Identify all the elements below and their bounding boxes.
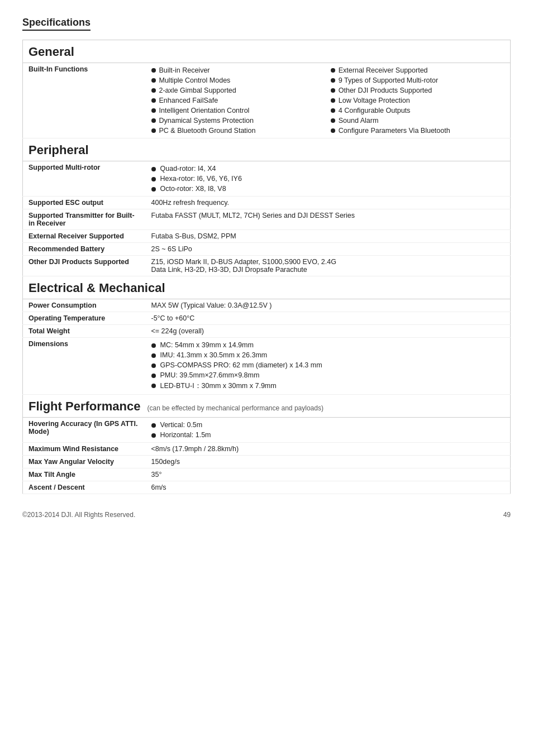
list-item: LED-BTU-I：30mm x 30mm x 7.9mm — [151, 380, 505, 392]
dot — [151, 78, 156, 83]
label-tilt: Max Tilt Angle — [23, 468, 146, 481]
dot — [331, 78, 335, 83]
row-transmitter: Supported Transmitter for Built-in Recei… — [23, 209, 511, 230]
bullet-item-5: Dynamical Systems Protection — [151, 116, 325, 126]
dot — [151, 187, 156, 192]
hovering-list: Vertical: 0.5m Horizontal: 1.5m — [151, 420, 505, 440]
value-temperature: -5°C to +60°C — [146, 312, 511, 325]
bullet-item-6: PC & Bluetooth Ground Station — [151, 126, 325, 136]
bullet-item-r2: Other DJI Products Supported — [331, 85, 505, 95]
dot — [151, 68, 156, 73]
footer-copyright: ©2013-2014 DJI. All Rights Reserved. — [22, 511, 135, 519]
footer-page-number: 49 — [503, 511, 511, 519]
list-item: Vertical: 0.5m — [151, 420, 505, 430]
dot — [151, 177, 156, 181]
section-general: General — [23, 40, 511, 63]
dot — [151, 433, 156, 438]
list-item: Horizontal: 1.5m — [151, 430, 505, 440]
value-tilt: 35° — [146, 468, 511, 481]
label-esc-output: Supported ESC output — [23, 197, 146, 209]
row-other-dji: Other DJI Products Supported Z15, iOSD M… — [23, 256, 511, 276]
bullet-item-r4: 4 Configurable Outputs — [331, 106, 505, 116]
dot — [151, 128, 156, 133]
row-battery: Recommended Battery 2S ~ 6S LiPo — [23, 243, 511, 256]
value-dimensions: MC: 54mm x 39mm x 14.9mm IMU: 41.3mm x 3… — [146, 338, 511, 395]
section-electrical-header: Electrical & Mechanical — [23, 276, 511, 299]
list-item: GPS-COMPASS PRO: 62 mm (diameter) x 14.3… — [151, 360, 505, 370]
dot — [151, 98, 156, 103]
list-item: MC: 54mm x 39mm x 14.9mm — [151, 340, 505, 350]
bullet-item-3: Enhanced FailSafe — [151, 95, 325, 106]
page-footer: ©2013-2014 DJI. All Rights Reserved. 49 — [22, 511, 511, 519]
row-power: Power Consumption MAX 5W (Typical Value:… — [23, 299, 511, 312]
row-dimensions: Dimensions MC: 54mm x 39mm x 14.9mm IMU:… — [23, 338, 511, 395]
dimensions-list: MC: 54mm x 39mm x 14.9mm IMU: 41.3mm x 3… — [151, 340, 505, 392]
value-hovering: Vertical: 0.5m Horizontal: 1.5m — [146, 418, 511, 443]
section-flight-header: Flight Performance (can be effected by m… — [23, 395, 511, 418]
row-wind: Maximum Wind Resistance <8m/s (17.9mph /… — [23, 443, 511, 456]
list-item: Octo-rotor: X8, I8, V8 — [151, 184, 505, 194]
bullet-item-r5: Sound Alarm — [331, 116, 505, 126]
row-external-receiver: External Receiver Supported Futaba S-Bus… — [23, 230, 511, 243]
dot — [151, 108, 156, 113]
label-hovering: Hovering Accuracy (In GPS ATTI. Mode) — [23, 418, 146, 443]
value-battery: 2S ~ 6S LiPo — [146, 243, 511, 256]
dot — [151, 384, 156, 388]
label-wind: Maximum Wind Resistance — [23, 443, 146, 456]
value-transmitter: Futaba FASST (MULT, MLT2, 7CH) Series an… — [146, 209, 511, 230]
label-weight: Total Weight — [23, 325, 146, 338]
list-item: Hexa-rotor: I6, V6, Y6, IY6 — [151, 174, 505, 184]
label-yaw: Max Yaw Angular Velocity — [23, 456, 146, 468]
flight-header-bold: Flight Performance — [28, 399, 140, 413]
multirotor-list: Quad-rotor: I4, X4 Hexa-rotor: I6, V6, Y… — [151, 164, 505, 194]
label-built-in-functions: Built-In Functions — [23, 63, 146, 138]
bullet-grid-functions: Built-in Receiver Multiple Control Modes… — [151, 65, 505, 136]
label-external-receiver: External Receiver Supported — [23, 230, 146, 243]
flight-header-note: (can be effected by mechanical performan… — [147, 404, 323, 412]
dot — [331, 88, 335, 93]
label-battery: Recommended Battery — [23, 243, 146, 256]
dot — [331, 108, 335, 113]
value-esc-output: 400Hz refresh frequency. — [146, 197, 511, 209]
section-flight: Flight Performance (can be effected by m… — [23, 395, 511, 418]
value-external-receiver: Futaba S-Bus, DSM2, PPM — [146, 230, 511, 243]
value-weight: <= 224g (overall) — [146, 325, 511, 338]
value-power: MAX 5W (Typical Value: 0.3A@12.5V ) — [146, 299, 511, 312]
dot — [151, 423, 156, 428]
label-transmitter: Supported Transmitter for Built-in Recei… — [23, 209, 146, 230]
label-dimensions: Dimensions — [23, 338, 146, 395]
label-other-dji: Other DJI Products Supported — [23, 256, 146, 276]
section-peripheral-header: Peripheral — [23, 138, 511, 161]
value-built-in-functions: Built-in Receiver Multiple Control Modes… — [146, 63, 511, 138]
dot — [331, 128, 335, 133]
dot — [151, 374, 156, 378]
bullet-item-r6: Configure Parameters Via Bluetooth — [331, 126, 505, 136]
specs-table: General Built-In Functions Built-in Rece… — [22, 40, 511, 494]
dot — [151, 88, 156, 93]
row-hovering: Hovering Accuracy (In GPS ATTI. Mode) Ve… — [23, 418, 511, 443]
row-temperature: Operating Temperature -5°C to +60°C — [23, 312, 511, 325]
value-supported-multirotor: Quad-rotor: I4, X4 Hexa-rotor: I6, V6, Y… — [146, 161, 511, 197]
section-peripheral: Peripheral — [23, 138, 511, 161]
row-built-in-functions: Built-In Functions Built-in Receiver Mul… — [23, 63, 511, 138]
dot — [151, 353, 156, 358]
bullet-item-4: Intelligent Orientation Control — [151, 106, 325, 116]
bullet-col2: External Receiver Supported 9 Types of S… — [331, 65, 505, 136]
list-item: PMU: 39.5mm×27.6mm×9.8mm — [151, 370, 505, 380]
row-weight: Total Weight <= 224g (overall) — [23, 325, 511, 338]
label-supported-multirotor: Supported Multi-rotor — [23, 161, 146, 197]
value-ascent: 6m/s — [146, 481, 511, 494]
dot — [151, 118, 156, 123]
label-power: Power Consumption — [23, 299, 146, 312]
row-esc-output: Supported ESC output 400Hz refresh frequ… — [23, 197, 511, 209]
bullet-item-r0: External Receiver Supported — [331, 65, 505, 75]
value-other-dji: Z15, iOSD Mark II, D-BUS Adapter, S1000,… — [146, 256, 511, 276]
bullet-item-0: Built-in Receiver — [151, 65, 325, 75]
row-supported-multirotor: Supported Multi-rotor Quad-rotor: I4, X4… — [23, 161, 511, 197]
dot — [331, 118, 335, 123]
dot — [151, 363, 156, 368]
row-tilt: Max Tilt Angle 35° — [23, 468, 511, 481]
section-electrical: Electrical & Mechanical — [23, 276, 511, 299]
label-ascent: Ascent / Descent — [23, 481, 146, 494]
bullet-item-1: Multiple Control Modes — [151, 75, 325, 85]
